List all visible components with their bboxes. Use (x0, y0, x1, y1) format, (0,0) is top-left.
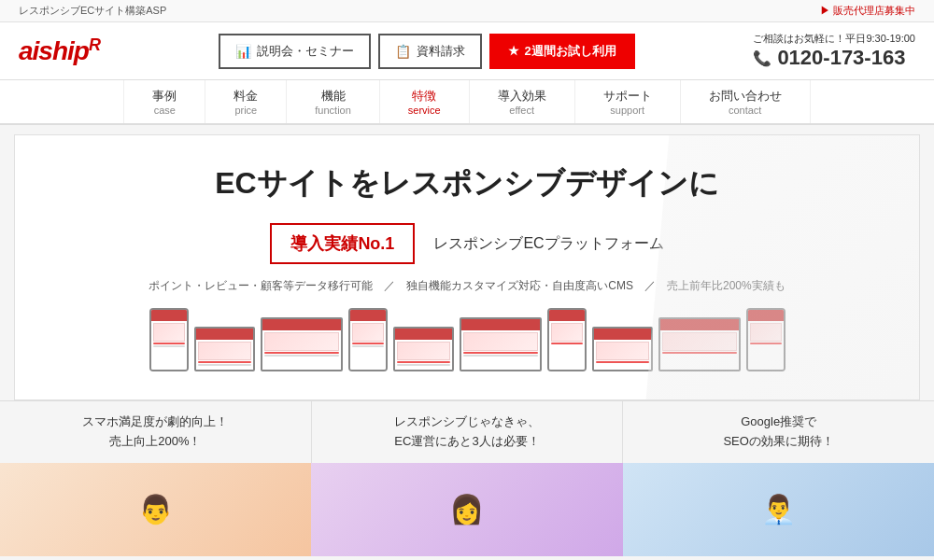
device-desktop-2 (460, 317, 542, 371)
badge-no1: 導入実績No.1 (270, 223, 415, 264)
device-body (549, 321, 585, 370)
device-body (461, 330, 540, 370)
device-body (196, 340, 253, 370)
promo-text-3: Google推奨でSEOの効果に期待！ (723, 414, 833, 448)
device-body (395, 340, 452, 370)
thumb-placeholder-2: 👩 (311, 463, 622, 556)
document-button[interactable]: 資料請求 (378, 34, 482, 69)
device-tablet-1 (194, 327, 255, 371)
device-body (262, 330, 341, 370)
device-header (461, 319, 540, 330)
promo-item-1: スマホ満足度が劇的向上！売上向上200%！ (0, 401, 312, 463)
device-line (596, 361, 649, 363)
nav-case[interactable]: 事例 case (123, 80, 205, 123)
thumbnail-row: 👨 👩 👨‍💼 (0, 463, 934, 556)
trial-button[interactable]: 2週間お試し利用 (489, 34, 635, 69)
nav-service[interactable]: 特徴 service (380, 80, 470, 123)
device-line (264, 355, 339, 357)
device-header (151, 310, 187, 321)
device-header (395, 329, 452, 340)
device-line (397, 361, 450, 363)
seminar-button[interactable]: 説明会・セミナー (219, 34, 371, 69)
nav-price-en: price (234, 105, 258, 116)
nav-contact-en: contact (709, 105, 782, 116)
device-tablet-2 (393, 327, 454, 371)
thumb-1[interactable]: 👨 (0, 463, 311, 556)
device-header (549, 310, 585, 321)
nav-effect-jp: 導入効果 (498, 88, 546, 105)
device-header (350, 310, 386, 321)
nav-support-jp: サポート (603, 88, 652, 105)
nav-price-jp: 料金 (234, 88, 258, 105)
hero-section: ECサイトをレスポンシブデザインに 導入実績No.1 レスポンシブECプラットフ… (14, 134, 920, 400)
nav-service-jp: 特徴 (408, 88, 441, 105)
device-phone-1 (149, 308, 189, 371)
nav-case-jp: 事例 (152, 88, 177, 105)
device-desktop-1 (261, 317, 343, 371)
device-header (196, 329, 253, 340)
device-img (397, 342, 450, 360)
phone-number: 0120-173-163 (753, 46, 915, 70)
nav-function-jp: 機能 (315, 88, 351, 105)
nav-contact[interactable]: お問い合わせ contact (681, 80, 811, 123)
logo-text: aiship (19, 36, 89, 65)
main-nav: 事例 case 料金 price 機能 function 特徴 service … (0, 80, 934, 125)
device-line (551, 343, 583, 344)
nav-effect[interactable]: 導入効果 effect (470, 80, 575, 123)
logo-r: R (89, 35, 100, 54)
device-img (596, 342, 649, 360)
promo-text-2: レスポンシブじゃなきゃ、EC運営にあと3人は必要！ (394, 414, 540, 448)
device-img (352, 323, 384, 342)
device-tablet-3 (592, 327, 653, 371)
nav-support[interactable]: サポート support (575, 80, 681, 123)
device-line (198, 364, 251, 366)
top-bar: レスポンシブECサイト構築ASP 販売代理店募集中 (0, 0, 934, 22)
thumb-placeholder-3: 👨‍💼 (623, 463, 934, 556)
badge-platform: レスポンシブECプラットフォーム (433, 234, 663, 254)
device-line (153, 343, 185, 344)
site-name: レスポンシブECサイト構築ASP (19, 4, 166, 18)
device-line (153, 345, 185, 347)
nav-price[interactable]: 料金 price (205, 80, 287, 123)
thumb-placeholder-1: 👨 (0, 463, 311, 556)
logo[interactable]: aishipR (19, 35, 100, 66)
device-body (594, 340, 651, 370)
recruit-link[interactable]: 販売代理店募集中 (820, 4, 915, 18)
device-line (397, 364, 450, 366)
device-line (463, 352, 538, 354)
thumb-2[interactable]: 👩 (311, 463, 622, 556)
device-header (262, 319, 341, 330)
device-img (153, 323, 185, 342)
device-body (350, 321, 386, 370)
device-phone-2 (348, 308, 388, 371)
promo-item-2: レスポンシブじゃなきゃ、EC運営にあと3人は必要！ (312, 401, 624, 463)
thumb-3[interactable]: 👨‍💼 (623, 463, 934, 556)
device-line (352, 343, 384, 344)
device-line (352, 345, 384, 347)
device-img (463, 332, 538, 351)
hero-title: ECサイトをレスポンシブデザインに (34, 163, 900, 204)
device-body (151, 321, 187, 370)
device-img (264, 332, 339, 351)
device-img (551, 323, 583, 342)
nav-function[interactable]: 機能 function (287, 80, 380, 123)
promo-row: スマホ満足度が劇的向上！売上向上200%！ レスポンシブじゃなきゃ、EC運営にあ… (0, 400, 934, 463)
device-line (198, 361, 251, 363)
device-line (463, 355, 538, 357)
promo-text-1: スマホ満足度が劇的向上！売上向上200%！ (82, 414, 228, 448)
device-phone-3 (547, 308, 587, 371)
contact-text: ご相談はお気軽に！平日9:30-19:00 (753, 32, 915, 46)
nav-contact-jp: お問い合わせ (709, 88, 782, 105)
nav-support-en: support (603, 105, 652, 116)
promo-item-3: Google推奨でSEOの効果に期待！ (623, 401, 934, 463)
device-header (594, 329, 651, 340)
header-buttons: 説明会・セミナー 資料請求 2週間お試し利用 (219, 34, 635, 69)
nav-service-en: service (408, 105, 441, 116)
nav-case-en: case (152, 105, 177, 116)
device-line (264, 352, 339, 354)
header-contact: ご相談はお気軽に！平日9:30-19:00 0120-173-163 (753, 32, 915, 70)
nav-function-en: function (315, 105, 351, 116)
header: aishipR 説明会・セミナー 資料請求 2週間お試し利用 ご相談はお気軽に！… (0, 22, 934, 80)
device-img (198, 342, 251, 360)
nav-effect-en: effect (498, 105, 546, 116)
